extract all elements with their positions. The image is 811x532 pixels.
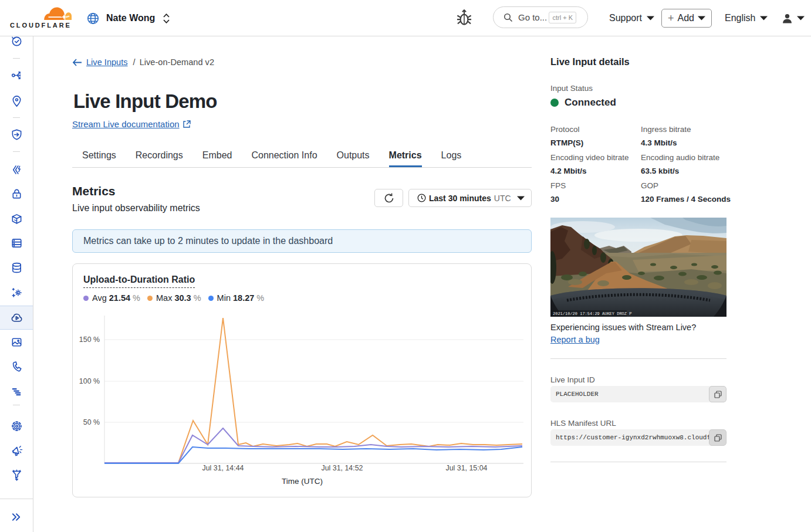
svg-text:100 %: 100 % — [79, 377, 100, 385]
svg-text:2021/10/20 17:54:29 AUKEY DROZ: 2021/10/20 17:54:29 AUKEY DROZ P — [553, 311, 631, 316]
svg-text:Jul 31, 15:04: Jul 31, 15:04 — [446, 464, 488, 472]
svg-text:150 %: 150 % — [79, 336, 100, 344]
svg-text:Time (UTC): Time (UTC) — [282, 477, 323, 486]
svg-text:Jul 31, 14:44: Jul 31, 14:44 — [202, 464, 244, 472]
svg-text:Jul 31, 14:52: Jul 31, 14:52 — [322, 464, 363, 472]
svg-text:50 %: 50 % — [83, 418, 100, 426]
